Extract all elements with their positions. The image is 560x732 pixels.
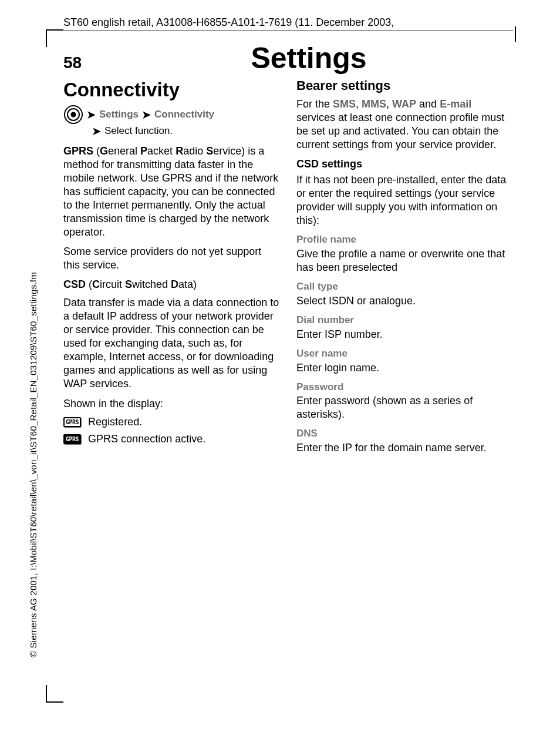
profile-name-heading: Profile name — [296, 233, 513, 246]
nav-path-line2: ➤ Select function. — [92, 125, 280, 137]
active-text: GPRS connection active. — [88, 432, 205, 446]
bearer-intro: For the SMS, MMS, WAP and E-mail service… — [296, 98, 513, 152]
crop-mark-top-left — [46, 29, 63, 47]
arrow-icon: ➤ — [86, 109, 96, 120]
registered-text: Registered. — [88, 415, 142, 429]
nav-path: ➤ Settings ➤ Connectivity — [63, 105, 280, 125]
csd-settings-body: If it has not been pre-installed, enter … — [296, 173, 513, 227]
csd-body: Data transfer is made via a data connect… — [63, 296, 280, 391]
arrow-icon: ➤ — [141, 109, 151, 120]
arrow-icon: ➤ — [92, 125, 102, 137]
user-name-heading: User name — [296, 347, 513, 360]
nav-settings: Settings — [99, 108, 139, 121]
csd-settings-heading: CSD settings — [296, 157, 513, 171]
gprs-badge-active-icon: GPRS — [63, 434, 81, 444]
shown-label: Shown in the display: — [63, 397, 280, 411]
user-name-body: Enter login name. — [296, 361, 513, 375]
dns-heading: DNS — [296, 427, 513, 440]
running-header: ST60 english retail, A31008-H6855-A101-1… — [63, 16, 513, 31]
crop-mark-right — [515, 26, 516, 42]
title-row: 58 Settings — [63, 41, 513, 75]
left-column: Connectivity ➤ Settings ➤ Connectivity ➤… — [63, 78, 280, 461]
menu-ring-icon — [63, 105, 83, 125]
profile-name-body: Give the profile a name or overwrite one… — [296, 247, 513, 274]
page-title: Settings — [104, 41, 513, 75]
gprs-definition: GPRS (General Packet Radio Service) is a… — [63, 145, 280, 239]
csd-definition: CSD (Circuit Switched Data) — [63, 278, 280, 291]
gprs-note: Some service providers do not yet suppor… — [63, 245, 280, 272]
nav-select-function: Select function. — [104, 125, 173, 137]
display-row-registered: GPRS Registered. — [63, 415, 280, 429]
crop-mark-bottom-left — [46, 685, 63, 703]
nav-connectivity: Connectivity — [154, 108, 214, 121]
dns-body: Enter the IP for the domain name server. — [296, 441, 513, 455]
call-type-heading: Call type — [296, 280, 513, 293]
page-number: 58 — [63, 53, 104, 72]
display-row-active: GPRS GPRS connection active. — [63, 432, 280, 446]
section-bearer-settings: Bearer settings — [296, 78, 513, 94]
svg-point-2 — [71, 112, 76, 117]
password-heading: Password — [296, 381, 513, 394]
section-connectivity: Connectivity — [63, 78, 280, 102]
page-content: ST60 english retail, A31008-H6855-A101-1… — [63, 16, 513, 703]
password-body: Enter password (shown as a series of ast… — [296, 394, 513, 421]
dial-number-heading: Dial number — [296, 314, 513, 327]
call-type-body: Select ISDN or analogue. — [296, 294, 513, 308]
right-column: Bearer settings For the SMS, MMS, WAP an… — [296, 78, 513, 461]
spine-copyright: © Siemens AG 2001, I:\Mobil\ST60\retail\… — [28, 272, 38, 657]
gprs-badge-icon: GPRS — [63, 417, 81, 427]
dial-number-body: Enter ISP number. — [296, 328, 513, 341]
